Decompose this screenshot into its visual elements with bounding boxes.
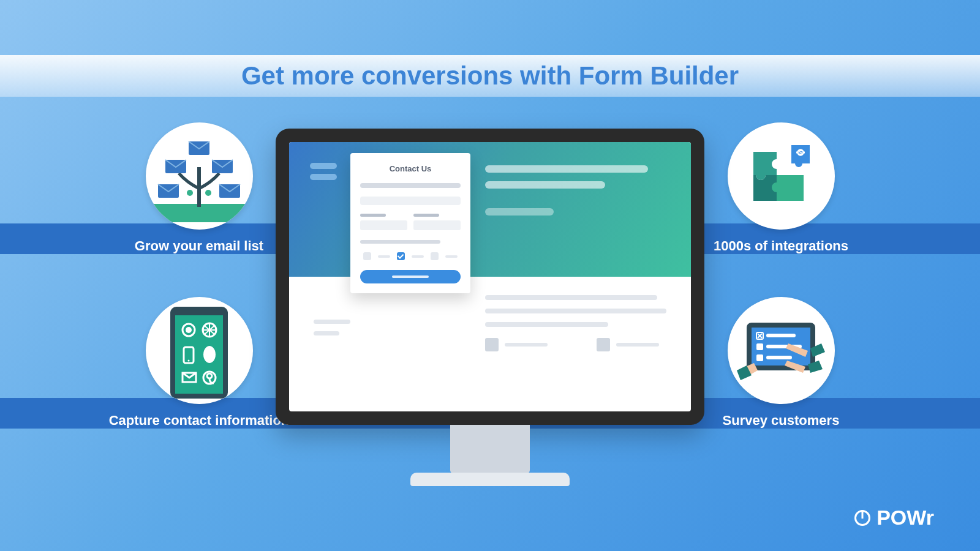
hero-placeholder-lines <box>485 165 657 224</box>
feature-integrations: $ 1000s of integrations <box>677 122 885 254</box>
feature-label: Grow your email list <box>135 238 263 254</box>
brand-name: POWr <box>876 506 934 530</box>
svg-rect-30 <box>766 356 792 359</box>
survey-tablet-icon <box>728 297 835 404</box>
puzzle-icon: $ <box>728 122 835 230</box>
svg-rect-11 <box>796 151 798 153</box>
left-placeholder-lines <box>314 320 350 343</box>
monitor-stand <box>450 425 530 474</box>
svg-rect-29 <box>756 354 763 361</box>
hamburger-icon <box>310 163 337 185</box>
form-checkboxes <box>360 252 461 260</box>
feature-label: 1000s of integrations <box>714 238 848 254</box>
contact-form-card: Contact Us <box>350 153 470 293</box>
title-bar: Get more conversions with Form Builder <box>0 55 980 97</box>
checkbox-checked-icon <box>397 252 405 260</box>
svg-rect-27 <box>756 343 763 350</box>
feature-survey-customers: Survey customers <box>677 297 885 429</box>
feature-grow-email-list: Grow your email list <box>95 122 303 254</box>
svg-rect-12 <box>803 151 805 153</box>
email-tree-icon <box>146 122 253 230</box>
svg-point-2 <box>205 190 211 196</box>
form-submit-button <box>360 270 461 283</box>
brand-logo: POWr <box>854 506 934 530</box>
page-title: Get more conversions with Form Builder <box>241 61 739 91</box>
monitor-illustration: Contact Us <box>276 129 704 474</box>
body-placeholder-lines <box>485 295 666 351</box>
feature-contact-info: Capture contact information <box>95 297 303 429</box>
monitor-screen: Contact Us <box>289 142 691 411</box>
feature-label: Capture contact information <box>109 413 290 429</box>
contact-device-icon <box>146 297 253 404</box>
svg-point-1 <box>187 190 193 196</box>
form-title: Contact Us <box>360 164 461 173</box>
svg-rect-26 <box>766 334 796 337</box>
svg-point-17 <box>186 327 192 333</box>
svg-text:$: $ <box>799 149 802 156</box>
monitor-frame: Contact Us <box>276 129 704 425</box>
power-icon <box>854 510 870 526</box>
svg-point-20 <box>188 359 190 361</box>
feature-label: Survey customers <box>723 413 840 429</box>
